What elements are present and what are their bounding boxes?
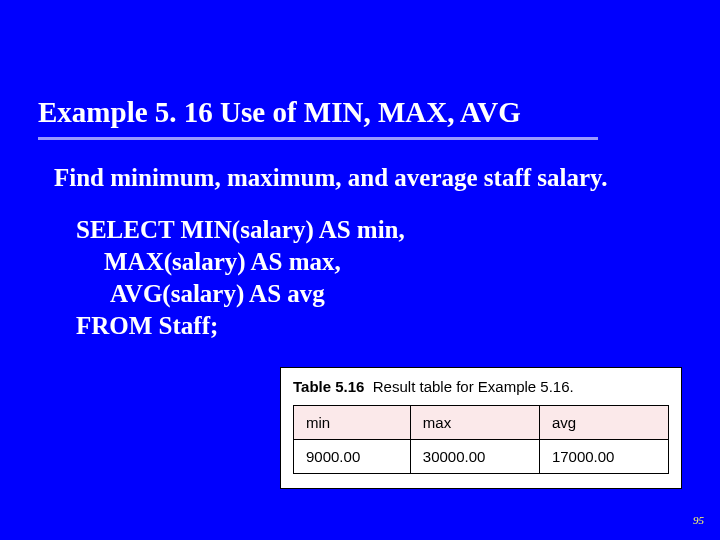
caption-rest: Result table for Example 5.16.	[373, 378, 574, 395]
code-line: MAX(salary) AS max,	[76, 246, 405, 278]
code-line: SELECT MIN(salary) AS min,	[76, 214, 405, 246]
result-table: min max avg 9000.00 30000.00 17000.00	[293, 405, 669, 474]
code-line: FROM Staff;	[76, 310, 405, 342]
col-header-avg: avg	[539, 406, 668, 440]
caption-strong: Table 5.16	[293, 378, 364, 395]
cell-min: 9000.00	[294, 440, 411, 474]
slide-title: Example 5. 16 Use of MIN, MAX, AVG	[38, 96, 682, 135]
table-header-row: min max avg	[294, 406, 669, 440]
cell-avg: 17000.00	[539, 440, 668, 474]
sql-code: SELECT MIN(salary) AS min, MAX(salary) A…	[76, 214, 405, 342]
title-underline	[38, 137, 598, 140]
page-number: 95	[693, 514, 704, 526]
code-line: AVG(salary) AS avg	[76, 278, 405, 310]
table-caption: Table 5.16 Result table for Example 5.16…	[293, 378, 669, 395]
col-header-max: max	[410, 406, 539, 440]
lead-text: Find minimum, maximum, and average staff…	[54, 164, 607, 192]
slide: Example 5. 16 Use of MIN, MAX, AVG Find …	[0, 0, 720, 540]
cell-max: 30000.00	[410, 440, 539, 474]
table-row: 9000.00 30000.00 17000.00	[294, 440, 669, 474]
col-header-min: min	[294, 406, 411, 440]
title-block: Example 5. 16 Use of MIN, MAX, AVG	[38, 96, 682, 140]
result-table-figure: Table 5.16 Result table for Example 5.16…	[280, 367, 682, 489]
